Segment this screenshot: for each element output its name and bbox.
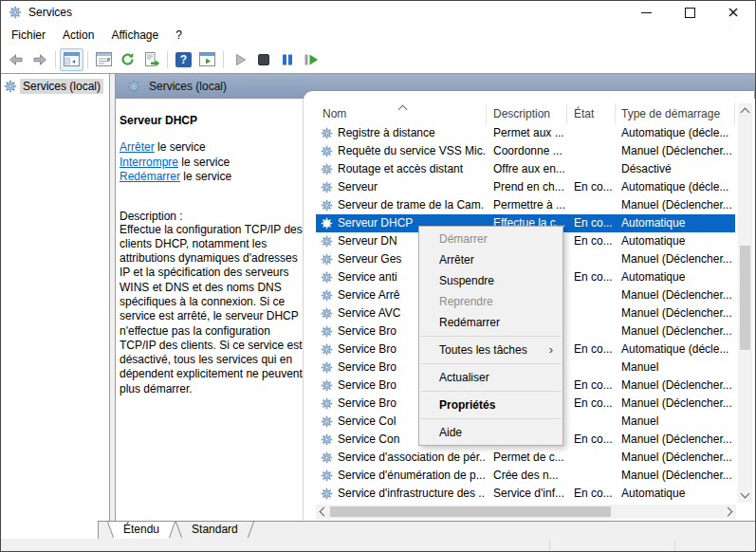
scroll-right-icon[interactable] [724, 507, 733, 517]
help-button[interactable]: ? [172, 48, 195, 71]
maximize-button[interactable] [668, 1, 711, 24]
services-window: Services × Fichier Action Affichage ? [0, 0, 756, 552]
menu-fichier[interactable]: Fichier [3, 26, 54, 45]
context-menu-item[interactable]: Toutes les tâches› [419, 340, 562, 360]
cell-startup-type: Manuel (Déclencher... [621, 431, 735, 449]
forward-button[interactable] [28, 48, 51, 71]
tab-label: Standard [192, 523, 238, 536]
table-row[interactable]: Service d'association de pér... Permet d… [316, 449, 735, 467]
table-row[interactable]: Service d'infrastructure des ... Service… [316, 485, 735, 503]
column-header-etat[interactable]: État [574, 103, 594, 124]
table-row[interactable]: Serveur Prend en ch... En co... Automati… [316, 178, 735, 196]
service-gear-icon [321, 469, 333, 482]
cell-state: En co... [574, 431, 616, 449]
action-pane-icon [199, 52, 215, 66]
tab-etendu[interactable]: Étendu [107, 522, 175, 539]
horizontal-scrollbar[interactable] [316, 505, 736, 519]
cell-description: Coordonne ... [493, 142, 569, 160]
cell-state: En co... [574, 214, 616, 232]
refresh-icon [120, 51, 136, 67]
cell-startup-type: Automatique [621, 214, 735, 232]
pause-service-link[interactable]: Interrompre [120, 156, 178, 169]
context-menu-item[interactable]: Aide [419, 422, 562, 443]
stop-service-button[interactable] [251, 48, 275, 71]
menu-affichage[interactable]: Affichage [102, 26, 167, 45]
cell-name: Requête du service VSS Mic... [338, 142, 485, 160]
show-action-pane-button[interactable] [195, 48, 219, 71]
cell-startup-type: Manuel (Déclencher... [621, 467, 735, 485]
context-menu-item[interactable]: Actualiser [419, 367, 562, 388]
toolbar: ? [1, 46, 755, 74]
submenu-arrow-icon: › [549, 340, 553, 360]
tree-item-services-local[interactable]: Services (local) [1, 79, 109, 94]
column-header-description[interactable]: Description [493, 103, 550, 124]
tab-standard[interactable]: Standard [175, 522, 254, 539]
main-area: Services (local) Services (local) Serveu… [1, 74, 755, 521]
service-gear-icon [321, 451, 333, 464]
context-menu-item-label: Actualiser [439, 371, 489, 384]
context-menu-item[interactable]: Propriétés [419, 395, 562, 415]
column-separator[interactable] [486, 103, 487, 124]
context-menu-item-label: Toutes les tâches [439, 343, 527, 357]
cell-startup-type: Manuel (Déclencher... [621, 250, 735, 268]
close-button[interactable]: × [711, 1, 755, 24]
cell-description: Permet aux ... [493, 124, 569, 142]
menu-action[interactable]: Action [54, 26, 102, 45]
context-menu-item: Démarrer [419, 229, 562, 249]
table-row[interactable]: Serveur de trame de la Cam... Permettre … [316, 196, 735, 214]
column-header-nom[interactable]: Nom [323, 103, 346, 124]
list-header: Nom Description État Type de démarrage [316, 103, 735, 124]
refresh-button[interactable] [116, 48, 139, 71]
console-tree-pane: Services (local) [1, 74, 110, 521]
table-row[interactable]: Routage et accès distant Offre aux en...… [316, 160, 735, 178]
menu-separator [421, 418, 561, 419]
cell-startup-type: Automatique (décle... [621, 124, 735, 142]
pause-service-button[interactable] [275, 48, 299, 71]
menu-separator [421, 336, 561, 337]
table-row[interactable]: Registre à distance Permet aux ... Autom… [316, 124, 735, 142]
cell-startup-type: Manuel (Déclencher... [621, 196, 735, 214]
pane-header-title: Services (local) [149, 80, 227, 93]
cell-name: Service d'infrastructure des ... [338, 485, 485, 503]
toolbar-separator [167, 51, 168, 68]
cell-state [574, 413, 616, 431]
minimize-button[interactable] [624, 1, 668, 24]
service-detail-panel: Serveur DHCP Arrêter le service Interrom… [116, 99, 304, 521]
export-list-button[interactable] [139, 48, 163, 71]
context-menu-item[interactable]: Arrêter [419, 249, 562, 270]
properties-icon [96, 52, 112, 66]
vertical-scroll-thumb[interactable] [740, 246, 750, 350]
cell-state [574, 449, 616, 467]
context-menu-item[interactable]: Suspendre [419, 270, 562, 291]
cell-startup-type: Automatique (décle... [621, 178, 735, 196]
service-gear-icon [321, 415, 333, 428]
cell-state: En co... [574, 178, 616, 196]
vertical-scrollbar[interactable] [738, 103, 752, 503]
help-icon: ? [175, 52, 192, 67]
start-service-button[interactable] [228, 48, 251, 71]
minimize-icon [641, 12, 652, 13]
stop-service-link[interactable]: Arrêter [120, 140, 155, 154]
action-line-rest: le service [180, 170, 231, 183]
scroll-down-icon[interactable] [741, 489, 750, 499]
service-gear-icon [321, 235, 333, 248]
menu-help[interactable]: ? [167, 26, 191, 45]
column-separator[interactable] [734, 103, 735, 124]
horizontal-scroll-thumb[interactable] [330, 506, 611, 517]
scroll-left-icon[interactable] [320, 507, 329, 517]
context-menu-item[interactable]: Redémarrer [419, 312, 562, 333]
table-row[interactable]: Requête du service VSS Mic... Coordonne … [316, 142, 735, 160]
properties-button[interactable] [92, 48, 116, 71]
column-header-type[interactable]: Type de démarrage [621, 103, 720, 124]
restart-service-link[interactable]: Redémarrer [120, 170, 180, 183]
column-separator[interactable] [615, 103, 616, 124]
service-gear-icon [321, 325, 333, 338]
back-button[interactable] [4, 48, 28, 71]
cell-startup-type: Automatique [621, 485, 735, 503]
scroll-up-icon[interactable] [741, 108, 750, 118]
column-separator[interactable] [566, 103, 567, 124]
table-row[interactable]: Service d'énumération de p... Crée des n… [316, 467, 735, 485]
selected-service-name: Serveur DHCP [120, 114, 302, 127]
restart-service-button[interactable] [299, 48, 323, 71]
show-console-tree-button[interactable] [60, 48, 83, 71]
